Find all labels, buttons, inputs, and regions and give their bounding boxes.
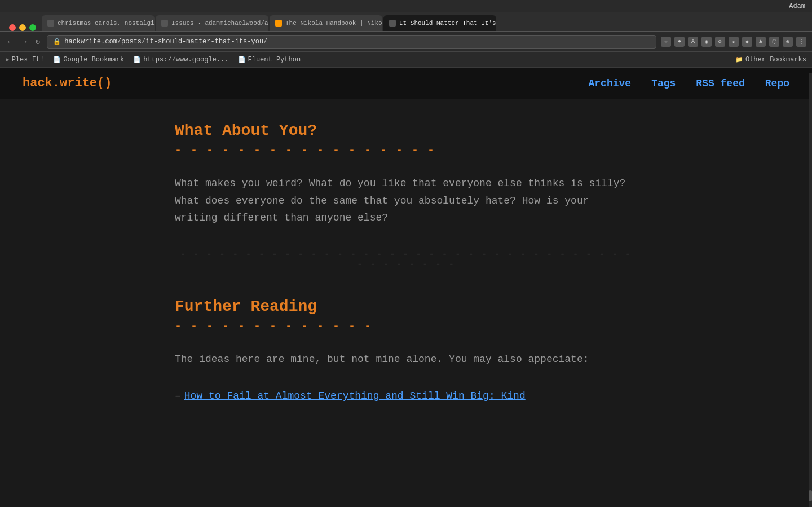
tabbar: christmas carols, nostalgia, ho... ✕ Iss…	[0, 12, 812, 32]
tab-2[interactable]: Issues · adammichaelwood/ad... ✕	[156, 15, 268, 31]
bookmark-google-url[interactable]: 📄 https://www.google...	[133, 56, 228, 64]
extension-icon-6[interactable]: ◆	[742, 37, 752, 47]
tab-label-2: Issues · adammichaelwood/ad...	[171, 20, 268, 27]
bookmark-doc-icon-3: 📄	[238, 56, 246, 63]
section-divider: - - - - - - - - - - - - - - - - - - - - …	[175, 249, 637, 270]
url-text: hackwrite.com/posts/it-should-matter-tha…	[64, 38, 267, 46]
extension-icon-7[interactable]: ▲	[756, 37, 766, 47]
traffic-lights	[5, 24, 41, 31]
addressbar-actions: ☆ ● A ◉ ⚙ ★ ◆ ▲ ⬡ ⊕ ⋮	[661, 37, 806, 47]
addressbar: ← → ↻ 🔒 hackwrite.com/posts/it-should-ma…	[0, 32, 812, 52]
bookmark-google-url-label: https://www.google...	[143, 56, 228, 64]
nav-repo[interactable]: Repo	[765, 78, 789, 89]
reload-button[interactable]: ↻	[33, 36, 42, 47]
tab-3[interactable]: The Nikola Handbook | Nikola ✕	[270, 15, 382, 31]
forward-button[interactable]: →	[19, 36, 28, 47]
tab-1[interactable]: christmas carols, nostalgia, ho... ✕	[42, 15, 155, 31]
menu-button[interactable]: ⋮	[796, 37, 806, 47]
extension-icon-3[interactable]: ◉	[701, 37, 712, 47]
link-dash: –	[175, 390, 181, 402]
nav-archive[interactable]: Archive	[589, 78, 632, 89]
extension-icon-2[interactable]: A	[688, 37, 698, 47]
tab-label-3: The Nikola Handbook | Nikola	[285, 20, 382, 27]
section-body-further-reading: The ideas here are mine, but not mine al…	[175, 351, 637, 368]
folder-icon: 📁	[735, 56, 743, 63]
bookmarks-bar: ▶ Plex It! 📄 Google Bookmark 📄 https://w…	[0, 52, 812, 68]
site-logo[interactable]: hack.write()	[23, 76, 112, 90]
lock-icon: 🔒	[53, 38, 61, 45]
titlebar: Adam	[0, 0, 812, 12]
bookmark-doc-icon-2: 📄	[133, 56, 141, 63]
plex-icon: ▶	[6, 56, 10, 63]
bookmark-google-label: Google Bookmark	[63, 56, 124, 64]
extension-icon-8[interactable]: ⬡	[769, 37, 779, 47]
close-button[interactable]	[9, 24, 16, 31]
section-further-reading: Further Reading - - - - - - - - - - - - …	[175, 298, 637, 402]
further-reading-link-1: – How to Fail at Almost Everything and S…	[175, 390, 637, 402]
maximize-button[interactable]	[29, 24, 36, 31]
tab-favicon-3	[275, 20, 282, 27]
section-title-further-reading: Further Reading	[175, 298, 637, 315]
how-to-fail-link[interactable]: How to Fail at Almost Everything and Sti…	[184, 390, 526, 402]
back-button[interactable]: ←	[6, 36, 15, 47]
star-icon[interactable]: ☆	[661, 37, 671, 47]
section-title-what-about-you: What About You?	[175, 122, 637, 139]
bookmark-fluent-python[interactable]: 📄 Fluent Python	[238, 56, 301, 64]
minimize-button[interactable]	[19, 24, 26, 31]
os-user: Adam	[789, 2, 805, 10]
section-underline-2: - - - - - - - - - - - - -	[175, 320, 637, 333]
bookmark-plex-label: Plex It!	[12, 56, 45, 64]
main-content: What About You? - - - - - - - - - - - - …	[152, 99, 660, 435]
tab-list: christmas carols, nostalgia, ho... ✕ Iss…	[42, 15, 812, 31]
site-nav: hack.write() Archive Tags RSS feed Repo	[0, 68, 812, 99]
tab-label-1: christmas carols, nostalgia, ho...	[58, 20, 155, 27]
bookmark-other[interactable]: 📁 Other Bookmarks	[735, 56, 806, 64]
scrollbar-track	[809, 73, 812, 507]
section-body-what-about-you: What makes you weird? What do you like t…	[175, 175, 637, 227]
bookmark-doc-icon-1: 📄	[53, 56, 61, 63]
tab-label-4: It Should Matter That It's You...	[399, 20, 496, 27]
bookmark-other-label: Other Bookmarks	[745, 56, 806, 64]
extension-icon-4[interactable]: ⚙	[715, 37, 725, 47]
bookmark-plex[interactable]: ▶ Plex It!	[6, 56, 44, 64]
scrollbar-thumb[interactable]	[809, 490, 812, 501]
nav-rss[interactable]: RSS feed	[696, 78, 744, 89]
nav-tags[interactable]: Tags	[651, 78, 676, 89]
section-underline-1: - - - - - - - - - - - - - - - - -	[175, 144, 637, 157]
extension-icon-9[interactable]: ⊕	[783, 37, 793, 47]
tab-favicon-1	[47, 20, 54, 27]
tab-favicon-4	[389, 20, 396, 27]
section-what-about-you: What About You? - - - - - - - - - - - - …	[175, 122, 637, 227]
tab-favicon-2	[161, 20, 168, 27]
url-bar[interactable]: 🔒 hackwrite.com/posts/it-should-matter-t…	[47, 35, 656, 49]
bookmark-google[interactable]: 📄 Google Bookmark	[53, 56, 124, 64]
bookmark-fluent-label: Fluent Python	[248, 56, 301, 64]
extension-icon-1[interactable]: ●	[674, 37, 685, 47]
extension-icon-5[interactable]: ★	[729, 37, 739, 47]
tab-4[interactable]: It Should Matter That It's You... ✕	[383, 15, 496, 31]
nav-links: Archive Tags RSS feed Repo	[589, 78, 789, 89]
